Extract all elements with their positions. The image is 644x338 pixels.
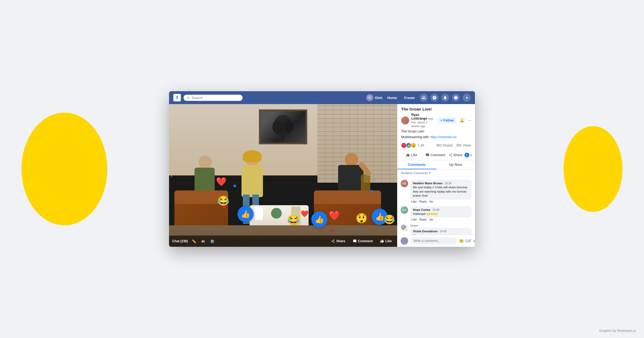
reaction-count: 1.2K [418, 144, 425, 147]
panel-tabs: Comments Up Next [397, 160, 475, 170]
follow-label: Follow [444, 119, 454, 122]
video-bottom-bar: Chat (238) ✏️ ⚙️ Share Comment Like [169, 236, 397, 247]
comment-bubble-2: Hope Cortez · 24:46 Hallelujah 🙌🙌🙌 [410, 206, 472, 218]
comment-item: ↗ Sharer Vickie Donaldson · 24:50 Shared… [397, 223, 475, 235]
tree-painting [267, 113, 299, 140]
shares-count: 883 Shares [436, 144, 453, 147]
reaction-thumb-big-2: 👍 [311, 211, 327, 227]
help-icon[interactable] [452, 94, 460, 102]
fb-search-bar [184, 95, 243, 101]
panel-author-name: Ryan LeStrange was live. about 2 weeks a… [411, 113, 436, 128]
video-settings-icon[interactable]: ⚙️ [209, 238, 215, 244]
search-icon [187, 96, 190, 100]
panel-title: The Groan Live! [401, 107, 471, 111]
comment-age-1: 2w [429, 200, 433, 203]
nav-avatar: O [366, 94, 373, 101]
friends-icon[interactable] [420, 94, 428, 102]
panel-stats: ❤️ 👍 😮 1.2K 883 Shares 35K Views [397, 141, 475, 150]
share-dropdown-icon[interactable]: ▾ [470, 154, 472, 157]
like-reaction-icon: 👍 [406, 143, 411, 148]
gif-icon[interactable]: GIF [465, 239, 471, 243]
room-painting [259, 109, 307, 144]
multistream-info: Multistreaming with https://restream.io/ [401, 134, 471, 139]
emoji-icon[interactable]: 🙂 [459, 239, 464, 243]
realtime-comments-label[interactable]: Realtime Comments ▾ [397, 170, 475, 177]
video-prev-btn[interactable]: ‹ [171, 172, 173, 179]
restream-link[interactable]: https://restream.io/ [430, 135, 456, 139]
heart-reaction-icon: ❤️ [401, 143, 407, 148]
comment-reply-2[interactable]: Reply [419, 218, 427, 221]
video-like-btn[interactable]: Like [378, 238, 394, 244]
comment-input[interactable] [410, 237, 457, 244]
comment-input-icons: 🙂 GIF 🏷 📎 [459, 239, 475, 243]
tab-comments[interactable]: Comments [397, 160, 436, 169]
bell-icon[interactable]: 🔔 [459, 117, 466, 124]
notifications-icon[interactable] [441, 94, 449, 102]
room-scene [169, 104, 397, 247]
comment-like-1[interactable]: Like [411, 200, 417, 203]
comment-reply-1[interactable]: Reply [419, 200, 427, 203]
fb-content: ❤️ 😂 👍 👍 👍 😂 ❤️ 😲 😂 ❤️ ‹ Chat (238) ✏️ [169, 104, 475, 247]
comment-avatar-1: HB [401, 180, 408, 187]
like-action-label: Like [411, 153, 417, 157]
comment-body-1: Heather Marie Brown · 24:39 Me and hubby… [410, 180, 472, 203]
right-panel: The Groan Live! Ryan LeStrange was live.… [397, 104, 475, 247]
panel-description: The Groan Live! [401, 130, 471, 133]
share-action-label: Share [453, 153, 462, 157]
video-comment-label: Comment [358, 239, 373, 243]
video-comment-btn[interactable]: Comment [351, 238, 375, 244]
views-count: 35K Views [456, 144, 471, 147]
nav-create[interactable]: Create [402, 95, 417, 101]
panel-header: The Groan Live! Ryan LeStrange was live.… [397, 104, 475, 141]
video-users-icon[interactable] [200, 238, 206, 244]
like-action-btn[interactable]: Like [400, 152, 423, 159]
realtime-label-text: Realtime Comments [401, 171, 428, 175]
dropdown-icon[interactable]: ▾ [463, 94, 471, 102]
video-share-btn[interactable]: Share [329, 238, 347, 244]
video-like-label: Like [385, 239, 392, 243]
comments-list: HB Heather Marie Brown · 24:39 Me and hu… [397, 177, 475, 235]
dot-2 [223, 206, 225, 209]
panel-author-info: Ryan LeStrange was live. about 2 weeks a… [411, 113, 436, 128]
comment-item: HB Heather Marie Brown · 24:39 Me and hu… [397, 178, 475, 205]
nav-home[interactable]: Home [385, 95, 399, 101]
fb-navbar: f O Oleh Home Create ▾ [169, 91, 475, 104]
bg-decoration-left [21, 113, 107, 225]
nav-username: Oleh [375, 96, 383, 100]
comment-age-2: 2w [429, 218, 433, 221]
wow-reaction-icon: 😮 [411, 143, 416, 148]
comment-bubble-1: Heather Marie Brown · 24:39 Me and hubby… [410, 180, 472, 200]
video-edit-icon[interactable]: ✏️ [191, 238, 197, 244]
search-input[interactable] [192, 96, 239, 100]
coffee-table [250, 205, 309, 228]
comment-time-2: · 24:46 [431, 208, 440, 211]
reaction-thumb-big-1: 👍 [237, 206, 254, 222]
comment-text-2: Hallelujah 🙌🙌🙌 [413, 212, 438, 215]
tab-up-next[interactable]: Up Next [436, 160, 475, 169]
fb-logo: f [173, 94, 181, 101]
comment-avatar-3: ↗ [401, 224, 408, 232]
comment-time-1: · 24:39 [443, 182, 452, 185]
multistream-label: Multistreaming with [401, 135, 429, 139]
svg-point-3 [284, 120, 293, 132]
realtime-dropdown-icon[interactable]: ▾ [429, 171, 431, 175]
video-share-label: Share [336, 239, 345, 243]
comment-time-3: · 24:50 [438, 230, 447, 233]
bg-decoration-right [564, 126, 623, 212]
messenger-icon[interactable] [430, 94, 438, 102]
sticker-icon[interactable]: 🏷 [473, 239, 475, 243]
comment-body-2: Hope Cortez · 24:46 Hallelujah 🙌🙌🙌 Like … [410, 206, 472, 221]
panel-meta: Ryan LeStrange was live. about 2 weeks a… [401, 113, 471, 128]
comment-input-area: 🙂 GIF 🏷 📎 [397, 235, 475, 247]
comment-like-2[interactable]: Like [411, 218, 417, 221]
stats-right: 883 Shares 35K Views [436, 144, 471, 147]
comment-bubble-3: Vickie Donaldson · 24:50 Shared [410, 228, 472, 235]
share-action-btn[interactable]: Share 1 ▾ [448, 151, 473, 159]
svg-point-2 [272, 120, 283, 134]
reaction-icons: ❤️ 👍 😮 1.2K [401, 143, 425, 148]
comment-author-2: Hope Cortez [413, 208, 430, 211]
more-options-icon[interactable]: ··· [468, 118, 471, 123]
comment-action-label: Comment [430, 153, 445, 157]
comment-action-btn[interactable]: Comment [423, 152, 447, 159]
follow-button[interactable]: + Follow [438, 117, 456, 123]
